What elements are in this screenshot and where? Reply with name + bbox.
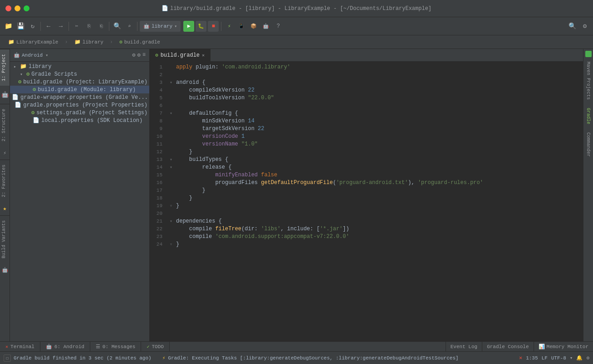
collapse-all-icon[interactable]: ⚙ bbox=[132, 52, 135, 58]
terminal-tab[interactable]: ✕ Terminal bbox=[0, 342, 40, 351]
code-line-17: 17 } bbox=[150, 187, 583, 194]
favorites-tool-tab[interactable]: 2: Favorites bbox=[0, 160, 10, 202]
tree-item-build-gradle-project[interactable]: ⚙ build.gradle (Project: LibraryExample) bbox=[10, 78, 149, 86]
gradle-task-text: Gradle: Executing Tasks [:library:genera… bbox=[168, 355, 458, 361]
gradle-task-icon: ⚡ bbox=[162, 355, 166, 361]
breadcrumb-library[interactable]: 📁 library bbox=[70, 37, 108, 47]
stop-button[interactable]: ■ bbox=[208, 21, 219, 32]
breadcrumb-buildgradle[interactable]: ⚙ build.gradle bbox=[115, 37, 165, 47]
minimize-button[interactable] bbox=[15, 5, 20, 11]
editor-tab-label: build.gradle bbox=[161, 52, 200, 58]
forward-button[interactable]: → bbox=[55, 21, 66, 32]
back-button[interactable]: ← bbox=[43, 21, 54, 32]
tree-item-library[interactable]: ▸ 📁 library bbox=[10, 63, 149, 70]
editor-tabs: ⚙ build.gradle ✕ bbox=[150, 49, 583, 62]
breadcrumb-label-2: library bbox=[83, 39, 103, 45]
sdk-manager-button[interactable]: 📦 bbox=[248, 21, 259, 32]
project-tree: ▸ 📁 library ▾ ⚙ Gradle Scripts ⚙ build.g… bbox=[10, 62, 149, 341]
event-log-tab[interactable]: Event Log bbox=[446, 342, 482, 351]
separator-1 bbox=[40, 22, 41, 31]
breadcrumb-libraryelement[interactable]: 📁 LibraryExample bbox=[4, 37, 63, 47]
tab-close-icon[interactable]: ✕ bbox=[202, 53, 205, 58]
breadcrumb-sep-2: › bbox=[110, 39, 113, 45]
code-line-7: 7 ▾ defaultConfig { bbox=[150, 110, 583, 117]
find-button[interactable]: 🔍 bbox=[112, 21, 123, 32]
dropdown-arrow-icon[interactable]: ▾ bbox=[45, 53, 48, 58]
android-monitor-button[interactable]: 🤖 bbox=[260, 21, 271, 32]
build-variants-tab[interactable]: Build Variants bbox=[0, 215, 10, 263]
separator-4 bbox=[137, 22, 137, 31]
code-line-23: 23 compile 'com.android.support:appcompa… bbox=[150, 233, 583, 241]
gear-icon[interactable]: ⚙ bbox=[137, 52, 141, 58]
tree-item-local-properties[interactable]: 📄 local.properties (SDK Location) bbox=[10, 116, 149, 124]
maven-projects-tab[interactable]: Maven Projects bbox=[585, 58, 592, 103]
tree-item-settings-gradle[interactable]: ⚙ settings.gradle (Project Settings) bbox=[10, 109, 149, 116]
settings-status-icon[interactable]: ⚙ bbox=[586, 355, 589, 361]
find-usages-button[interactable]: ⌕ bbox=[124, 21, 135, 32]
main-toolbar: 📁 💾 ↻ ← → ✂ ⎘ ⎗ 🔍 ⌕ 🤖 library ▾ ▶ 🐛 ■ ⚡ … bbox=[0, 17, 593, 35]
android-tab[interactable]: 🤖 6: Android bbox=[40, 342, 90, 351]
help-button[interactable]: ? bbox=[273, 21, 284, 32]
gradle-properties-icon: 📄 bbox=[15, 102, 21, 108]
tree-arrow-gradle: ▾ bbox=[20, 72, 26, 77]
encoding-dropdown-icon[interactable]: ▾ bbox=[570, 355, 573, 361]
tree-item-gradle-properties[interactable]: 📄 gradle.properties (Project Properties) bbox=[10, 101, 149, 109]
code-line-1: 1 apply plugin: 'com.android.library' bbox=[150, 63, 583, 71]
folder-icon: 📁 bbox=[8, 39, 15, 45]
cut-button[interactable]: ✂ bbox=[71, 21, 82, 32]
tree-item-gradle-scripts[interactable]: ▾ ⚙ Gradle Scripts bbox=[10, 70, 149, 78]
commander-tab[interactable]: Commander bbox=[585, 129, 592, 160]
project-tool-tab[interactable]: 1: Project bbox=[0, 49, 10, 86]
window-controls[interactable] bbox=[5, 5, 29, 11]
avd-manager-button[interactable]: 📱 bbox=[236, 21, 247, 32]
breadcrumb-bar: 📁 LibraryExample › 📁 library › ⚙ build.g… bbox=[0, 35, 593, 49]
editor-content[interactable]: 1 apply plugin: 'com.android.library' 2 … bbox=[150, 62, 583, 341]
error-icon: ✕ bbox=[519, 354, 522, 361]
structure-tool-tab[interactable]: 2: Structure bbox=[0, 104, 10, 146]
run-button[interactable]: ▶ bbox=[183, 21, 194, 32]
structure-icon: ⚡ bbox=[3, 150, 6, 156]
code-line-14: 14 ▾ release { bbox=[150, 164, 583, 171]
gradle-project-icon: ⚙ bbox=[18, 78, 21, 85]
sync-button[interactable]: ↻ bbox=[27, 21, 38, 32]
tree-arrow-library: ▸ bbox=[14, 64, 20, 69]
tree-item-build-gradle-module[interactable]: ⚙ build.gradle (Module: library) bbox=[10, 86, 149, 93]
android-small-icon: 🤖 bbox=[2, 267, 8, 273]
search-everywhere-button[interactable]: 🔍 bbox=[567, 21, 578, 32]
gradle-console-tab[interactable]: Gradle Console bbox=[482, 342, 533, 351]
messages-tab[interactable]: ☰ 0: Messages bbox=[90, 342, 142, 351]
tree-item-gradle-wrapper[interactable]: 📄 gradle-wrapper.properties (Gradle Ve..… bbox=[10, 93, 149, 101]
gradle-scripts-icon: ⚙ bbox=[26, 71, 29, 78]
tree-label-library: library bbox=[29, 63, 51, 70]
paste-button[interactable]: ⎗ bbox=[96, 21, 107, 32]
memory-icon: 📊 bbox=[539, 344, 545, 349]
settings-button[interactable]: ⚙ bbox=[579, 21, 590, 32]
copy-button[interactable]: ⎘ bbox=[83, 21, 94, 32]
folder-icon-2: 📁 bbox=[74, 39, 81, 45]
close-button[interactable] bbox=[5, 5, 11, 11]
project-header-actions: ⚙ ⚙ ≡ bbox=[132, 52, 146, 58]
star-icon-area[interactable]: ★ bbox=[0, 202, 10, 215]
maximize-button[interactable] bbox=[24, 5, 29, 11]
run-config-selector[interactable]: 🤖 library ▾ bbox=[140, 21, 181, 32]
settings-icon[interactable]: ≡ bbox=[142, 52, 146, 58]
favorite-icon-area[interactable]: 🤖 bbox=[0, 86, 10, 104]
open-folder-button[interactable]: 📁 bbox=[3, 21, 14, 32]
save-button[interactable]: 💾 bbox=[15, 21, 26, 32]
bottom-left-tabs: ✕ Terminal 🤖 6: Android ☰ 0: Messages ✓ … bbox=[0, 342, 170, 351]
tree-label-gradle-properties: gradle.properties (Project Properties) bbox=[23, 102, 147, 108]
debug-button[interactable]: 🐛 bbox=[196, 21, 206, 32]
todo-tab[interactable]: ✓ TODO bbox=[141, 342, 169, 351]
run-icon: ▶ bbox=[187, 23, 191, 29]
build-variants-icon-area[interactable]: 🤖 bbox=[0, 263, 10, 277]
left-tool-strip: 1: Project 🤖 2: Structure ⚡ 2: Favorites… bbox=[0, 49, 10, 341]
gradle-sync-button[interactable]: ⚡ bbox=[224, 21, 235, 32]
gradle-tab[interactable]: Gradle bbox=[585, 104, 592, 128]
memory-monitor-tab[interactable]: 📊 Memory Monitor bbox=[534, 342, 593, 351]
notification-icon[interactable]: 🔔 bbox=[576, 355, 583, 361]
editor-tab-build-gradle[interactable]: ⚙ build.gradle ✕ bbox=[150, 49, 211, 61]
separator-2 bbox=[69, 22, 69, 31]
messages-label: 0: Messages bbox=[103, 344, 136, 349]
gradle-wrapper-icon: 📄 bbox=[12, 94, 19, 101]
todo-icon: ✓ bbox=[147, 344, 149, 349]
